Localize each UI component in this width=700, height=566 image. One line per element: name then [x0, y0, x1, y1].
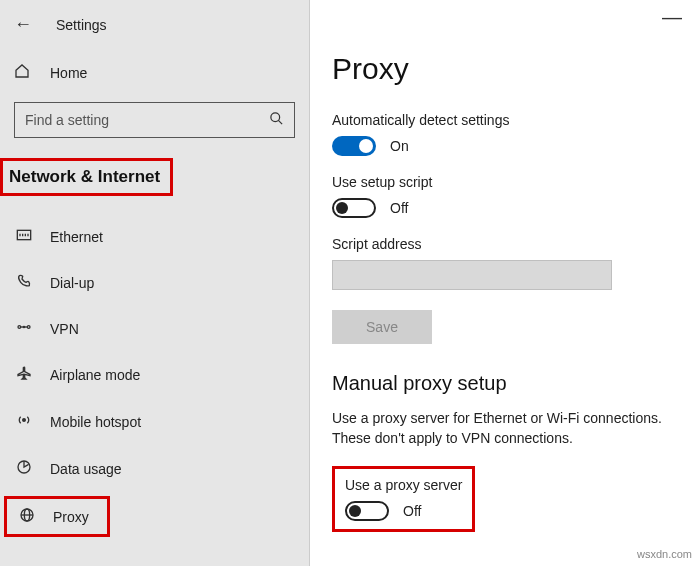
airplane-icon	[14, 365, 34, 384]
hotspot-icon	[14, 412, 34, 431]
search-input[interactable]	[25, 112, 269, 128]
ethernet-icon	[14, 228, 34, 245]
script-address-input[interactable]	[332, 260, 612, 290]
svg-point-8	[27, 326, 30, 329]
header: ← Settings	[0, 8, 309, 45]
sidebar-item-label: Proxy	[53, 509, 89, 525]
sidebar-item-ethernet[interactable]: Ethernet	[0, 214, 309, 259]
header-title: Settings	[56, 17, 107, 33]
script-address-label: Script address	[332, 236, 678, 252]
use-proxy-toggle-row: Off	[345, 501, 462, 521]
main-panel: — Proxy Automatically detect settings On…	[310, 0, 700, 566]
setup-script-state: Off	[390, 200, 408, 216]
sidebar-item-label: Airplane mode	[50, 367, 140, 383]
auto-detect-state: On	[390, 138, 409, 154]
vpn-icon	[14, 320, 34, 337]
sidebar-item-dialup[interactable]: Dial-up	[0, 259, 309, 306]
proxy-icon	[17, 507, 37, 526]
use-proxy-section: Use a proxy server Off	[332, 466, 475, 532]
use-proxy-toggle[interactable]	[345, 501, 389, 521]
sidebar-item-mobile-hotspot[interactable]: Mobile hotspot	[0, 398, 309, 445]
auto-detect-label: Automatically detect settings	[332, 112, 678, 128]
use-proxy-label: Use a proxy server	[345, 477, 462, 493]
sidebar-item-label: Mobile hotspot	[50, 414, 141, 430]
sidebar-item-vpn[interactable]: VPN	[0, 306, 309, 351]
svg-point-0	[271, 113, 280, 122]
svg-point-7	[18, 326, 21, 329]
use-proxy-state: Off	[403, 503, 421, 519]
sidebar-item-label: Dial-up	[50, 275, 94, 291]
save-button[interactable]: Save	[332, 310, 432, 344]
search-icon	[269, 111, 284, 129]
auto-detect-toggle-row: On	[332, 136, 678, 156]
home-icon	[14, 63, 34, 82]
setup-script-toggle-row: Off	[332, 198, 678, 218]
sidebar-item-airplane-mode[interactable]: Airplane mode	[0, 351, 309, 398]
page-title: Proxy	[332, 52, 678, 86]
sidebar-item-label: VPN	[50, 321, 79, 337]
sidebar-item-proxy[interactable]: Proxy	[4, 496, 110, 537]
data-usage-icon	[14, 459, 34, 478]
watermark: wsxdn.com	[637, 548, 692, 560]
dialup-icon	[14, 273, 34, 292]
minimize-icon[interactable]: —	[662, 6, 682, 29]
sidebar-item-label: Ethernet	[50, 229, 103, 245]
home-button[interactable]: Home	[0, 53, 309, 92]
section-header-network-internet: Network & Internet	[0, 158, 173, 196]
back-icon[interactable]: ←	[14, 14, 36, 35]
svg-point-11	[23, 419, 26, 422]
sidebar-item-data-usage[interactable]: Data usage	[0, 445, 309, 492]
auto-detect-toggle[interactable]	[332, 136, 376, 156]
sidebar: ← Settings Home Network & Internet Ether…	[0, 0, 310, 566]
svg-line-1	[278, 120, 282, 124]
setup-script-toggle[interactable]	[332, 198, 376, 218]
manual-proxy-description: Use a proxy server for Ethernet or Wi-Fi…	[332, 409, 678, 448]
search-box[interactable]	[14, 102, 295, 138]
sidebar-item-label: Data usage	[50, 461, 122, 477]
manual-proxy-heading: Manual proxy setup	[332, 372, 678, 395]
svg-point-10	[23, 326, 24, 327]
home-label: Home	[50, 65, 87, 81]
setup-script-label: Use setup script	[332, 174, 678, 190]
